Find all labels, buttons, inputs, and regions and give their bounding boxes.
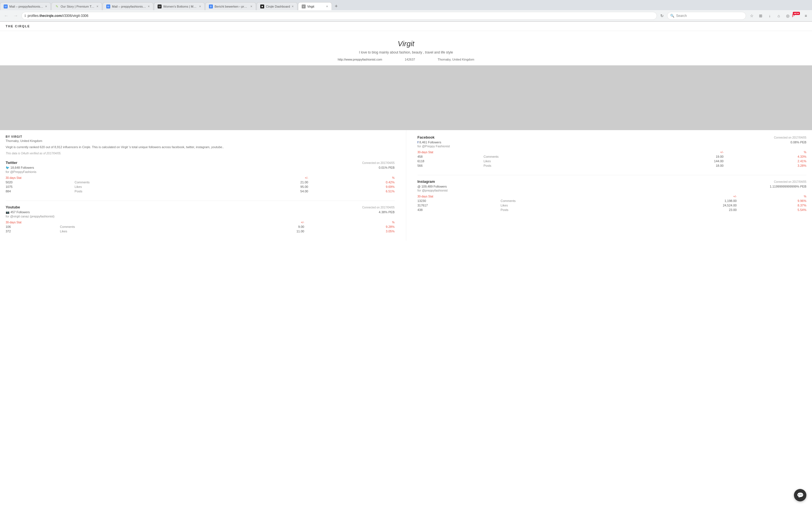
youtube-stats-table: 30-days Stat +/- % 106 Comments 9.00 9.2… (6, 220, 395, 233)
twitter-block: Twitter Connected on 2017/04/05 🐦 18,648… (6, 161, 395, 193)
instagram-icon: @ (417, 185, 421, 188)
back-button[interactable]: ← (2, 12, 10, 20)
toolbar-icons: ☆ ⊞ ↓ ⌂ ◎ PNEW ≡ (748, 12, 810, 20)
instagram-followers-row: @ 109,489 Followers 1.11999999999999% PE… (417, 185, 807, 188)
address-prefix: profiles. (28, 14, 40, 18)
twitter-header: Twitter Connected on 2017/04/05 (6, 161, 395, 165)
info-icon[interactable]: ℹ (24, 14, 26, 18)
instagram-name: Instagram (417, 179, 435, 184)
stat-pct: 2.41% (723, 159, 806, 163)
page-content: THE CIRQLE Virgit I love to blog mainly … (0, 22, 812, 240)
stat-value: 438 (417, 208, 500, 212)
reload-button[interactable]: ↻ (659, 12, 665, 19)
photo-4 (406, 65, 541, 130)
search-icon: 🔍 (670, 14, 674, 18)
address-domain: thecirqle.com (40, 14, 61, 18)
tab-favicon-mail-1: M (4, 4, 8, 8)
twitter-followers: 🐦 18,648 Followers (6, 166, 34, 170)
tab-metibottoms[interactable]: M Women's Bottoms | Meti... × (154, 2, 205, 10)
profile-followers: 142637 (405, 58, 415, 61)
tab-label-ourstory: Our Story | Premium Too... (61, 5, 95, 8)
tab-bericht[interactable]: B Bericht bewerken ‹ preppyfa... × (205, 2, 256, 10)
tab-label-mail-2: Mail – preppyfashionist... (112, 5, 146, 8)
stat-pct: 6.51% (308, 189, 395, 193)
profile-website-link[interactable]: http://www.preppyfashionist.com (338, 58, 382, 61)
tab-close-virgit[interactable]: × (326, 4, 328, 8)
tab-label-bericht: Bericht bewerken ‹ preppyfa... (214, 5, 249, 8)
tab-favicon-cirqle: ■ (260, 4, 264, 8)
stat-type: Posts (483, 163, 634, 168)
facebook-followers-row: f 8,461 Followers 0.08% PEB (417, 140, 807, 144)
tab-cirqle[interactable]: ■ Cirqle Dashboard × (257, 2, 297, 10)
twitter-peb: 0.01% PEB (378, 166, 395, 169)
star-button[interactable]: ☆ (748, 12, 756, 20)
tab-mail-2[interactable]: M Mail – preppyfashionist... × (103, 2, 153, 10)
tab-close-mail-2[interactable]: × (148, 4, 150, 8)
tab-mail-1[interactable]: M Mail – preppyfashionist... × (0, 2, 51, 10)
instagram-peb: 1.11999999999999% PEB (770, 185, 806, 188)
instagram-handle: for @preppyfashionist (417, 189, 807, 192)
table-row: 458 Comments 19.00 4.33% (417, 154, 807, 159)
stat-pct: 5.54% (737, 208, 806, 212)
search-input[interactable]: Search (676, 14, 743, 18)
youtube-handle: for @virgit canaz (preppyfashionist) (6, 215, 395, 218)
stat-type: Comments (483, 154, 634, 159)
address-text: profiles.thecirqle.com/i/3306/virgit-330… (28, 14, 654, 18)
profile-meta: http://www.preppyfashionist.com 142637 T… (6, 58, 806, 61)
reader-button[interactable]: ⊞ (757, 12, 765, 20)
download-button[interactable]: ↓ (766, 12, 774, 20)
photo-6 (677, 65, 812, 130)
profile-bio: I love to blog mainly about fashion, bea… (6, 50, 806, 54)
stat-type: Posts (73, 189, 232, 193)
tab-virgit[interactable]: V Virgit × (298, 2, 332, 10)
facebook-block: Facebook Connected on 2017/04/05 f 8,461… (417, 130, 807, 168)
tab-close-ourstory[interactable]: × (96, 4, 98, 8)
tab-close-cirqle[interactable]: × (292, 4, 294, 8)
search-bar[interactable]: 🔍 Search (667, 12, 746, 20)
facebook-connected: Connected on 2017/04/05 (774, 136, 806, 139)
stat-type: Comments (59, 224, 224, 229)
menu-button[interactable]: ≡ (802, 12, 810, 20)
by-author-label: BY VIRGIT (6, 135, 395, 138)
youtube-icon: 📷 (6, 210, 10, 214)
stat-pct: 3.05% (304, 229, 395, 233)
stat-type: Likes (59, 229, 224, 233)
twitter-icon: 🐦 (6, 166, 10, 169)
stat-change: 19.00 (634, 154, 723, 159)
author-info: BY VIRGIT Thornaby, United Kingdom Virgi… (6, 130, 395, 155)
address-bar[interactable]: ℹ profiles.thecirqle.com/i/3306/virgit-3… (21, 12, 657, 20)
stat-change: 54.00 (232, 189, 308, 193)
youtube-header: Youtube Connected on 2017/04/05 (6, 205, 395, 209)
facebook-header: Facebook Connected on 2017/04/05 (417, 135, 807, 139)
tab-ourstory[interactable]: ✎ Our Story | Premium Too... × (51, 2, 102, 10)
tab-close-mail-1[interactable]: × (45, 4, 47, 8)
stat-change: 21.00 (232, 180, 308, 184)
instagram-pct-header: % (737, 194, 806, 199)
main-content: BY VIRGIT Thornaby, United Kingdom Virgi… (0, 130, 812, 240)
tab-close-metibottoms[interactable]: × (199, 4, 201, 8)
forward-button[interactable]: → (12, 12, 20, 20)
col-left: BY VIRGIT Thornaby, United Kingdom Virgi… (6, 130, 406, 240)
table-row: 372 Likes 11.00 3.05% (6, 229, 395, 233)
divider-1 (6, 201, 395, 201)
pocket-button[interactable]: ◎ (784, 12, 792, 20)
stat-value: 317617 (417, 203, 500, 208)
stat-change: 18.00 (634, 163, 723, 168)
stat-value: 884 (6, 189, 73, 193)
facebook-followers: f 8,461 Followers (417, 140, 441, 144)
new-tab-button[interactable]: + (333, 2, 340, 10)
home-button[interactable]: ⌂ (775, 12, 783, 20)
stat-change: 144.00 (634, 159, 723, 163)
stat-change: 95.00 (232, 184, 308, 189)
tab-close-bericht[interactable]: × (250, 4, 252, 8)
stat-value: 6118 (417, 159, 483, 163)
youtube-followers-row: 📷 457 Followers 4.38% PEB (6, 210, 395, 214)
youtube-connected: Connected on 2017/04/05 (362, 206, 395, 209)
instagram-followers: @ 109,489 Followers (417, 185, 447, 188)
table-row: 106 Comments 9.00 9.28% (6, 224, 395, 229)
stat-pct: 9.96% (737, 199, 806, 203)
pinterest-button[interactable]: PNEW (793, 12, 801, 20)
author-description: Virgit is currently ranked 620 out of 8,… (6, 145, 395, 150)
stat-value: 5020 (6, 180, 73, 184)
instagram-header: Instagram Connected on 2017/04/05 (417, 179, 807, 184)
